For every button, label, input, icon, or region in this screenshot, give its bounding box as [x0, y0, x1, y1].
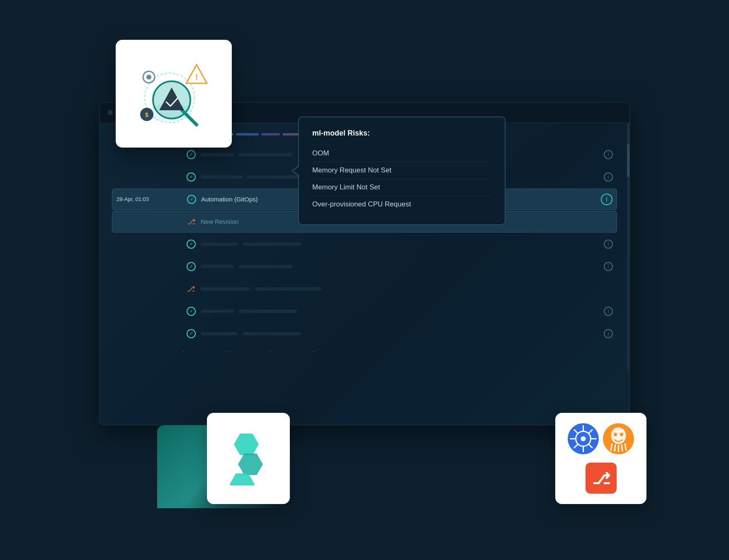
info-icon-9[interactable]: i: [604, 329, 613, 338]
info-icon-6[interactable]: i: [604, 262, 613, 271]
risk-item-memory-limit: Memory Limit Not Set: [312, 179, 491, 196]
risk-popup: ml-model Risks: OOM Memory Request Not S…: [298, 116, 505, 225]
info-icon-2[interactable]: i: [604, 172, 613, 182]
row-bar-8b: [239, 310, 297, 313]
risk-item-memory-request: Memory Request Not Set: [312, 162, 491, 179]
svg-text:!: !: [195, 73, 198, 82]
svg-point-29: [614, 433, 617, 436]
info-icon-8[interactable]: i: [604, 307, 613, 316]
row-bar-8a: [201, 310, 234, 313]
check-icon-9: ✓: [187, 329, 196, 338]
new-revision-label: New Revision: [201, 218, 239, 225]
table-row: ✓ i: [112, 233, 617, 255]
svg-point-18: [581, 436, 586, 441]
row-bar-5b: [243, 242, 301, 246]
top-bar-dot-1: [108, 110, 113, 115]
row-bar-9b: [243, 332, 301, 335]
k8s-icon: [568, 423, 599, 454]
dash-2: -: [226, 348, 227, 354]
git-icon-2: ⎇: [187, 284, 195, 293]
reason-tab-4: [282, 133, 299, 136]
row-content-8: ✓: [187, 307, 591, 316]
svg-point-10: [146, 75, 151, 80]
row-bar-7b: [255, 287, 321, 291]
table-row: ✓ i: [112, 256, 617, 277]
check-icon-1: ✓: [187, 150, 196, 159]
illustration-svg: ! $: [132, 56, 215, 131]
info-icon-1[interactable]: i: [604, 150, 613, 159]
svg-line-34: [622, 445, 622, 451]
illustration-card: ! $: [116, 40, 232, 148]
automation-label: Automation (GitOps): [201, 196, 258, 203]
reason-tab-2: [236, 133, 259, 136]
check-icon-2: ✓: [187, 172, 196, 182]
svg-line-32: [615, 445, 615, 451]
row-content-7: ⎇: [187, 284, 613, 293]
row-bar-1b: [239, 153, 293, 156]
row-content-6: ✓: [187, 262, 591, 271]
table-row: ✓ i: [112, 323, 617, 344]
row-bar-9a: [201, 332, 238, 335]
risk-item-oom: OOM: [312, 145, 491, 162]
svg-marker-13: [234, 434, 259, 455]
row-content-9: ✓: [187, 329, 591, 338]
info-icon-teal[interactable]: i: [601, 194, 612, 205]
dash-1: -: [182, 348, 184, 354]
row-bar-5a: [201, 242, 238, 246]
squid-icon: [603, 423, 634, 454]
svg-text:⎇: ⎇: [592, 470, 610, 487]
row-bar-6b: [239, 265, 293, 268]
scrollbar-thumb[interactable]: [627, 144, 629, 177]
svg-point-30: [620, 433, 623, 436]
svg-marker-15: [230, 473, 255, 485]
row-bar-1a: [201, 153, 234, 156]
tools-card: ⎇: [555, 413, 646, 504]
risk-item-cpu: Over-provisioned CPU Request: [312, 196, 491, 213]
check-icon-6: ✓: [187, 262, 196, 271]
row-bar-6a: [201, 265, 234, 268]
main-scene: Revision Date Reason ✓: [74, 52, 655, 508]
dash-3: -: [269, 348, 271, 354]
info-icon-5[interactable]: i: [604, 240, 613, 249]
check-icon-3: ✓: [187, 195, 196, 204]
git-logo-icon: ⎇: [586, 463, 617, 494]
git-icon-1: ⎇: [187, 217, 196, 226]
check-icon-5: ✓: [187, 240, 196, 249]
check-icon-8: ✓: [187, 307, 196, 316]
row-bar-2a: [201, 175, 242, 179]
scaler-logo-svg: [221, 432, 275, 485]
table-row: ✓ i: [112, 301, 617, 322]
row-bar-7a: [200, 287, 250, 291]
row-date-3: 28-Apr, 01:03: [117, 196, 175, 202]
scaler-logo-card: [207, 413, 290, 504]
svg-marker-14: [238, 453, 263, 475]
row-content-5: ✓: [187, 240, 591, 249]
reason-tab-3: [261, 133, 280, 136]
scrollbar-track: [627, 123, 629, 372]
table-row: ⎇: [112, 278, 617, 300]
risk-title: ml-model Risks:: [312, 129, 491, 138]
bottom-row: - - - -: [112, 345, 617, 358]
svg-text:$: $: [145, 112, 148, 118]
dash-4: -: [312, 348, 314, 354]
